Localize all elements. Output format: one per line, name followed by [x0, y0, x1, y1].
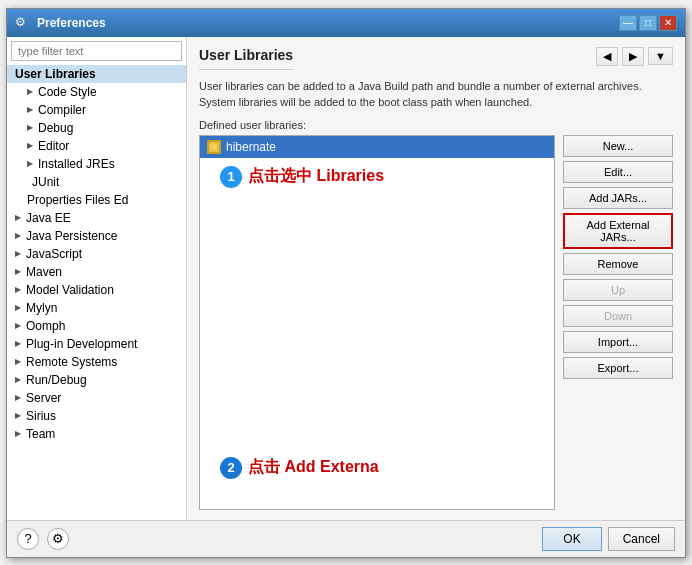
remote-systems-arrow: ▶ — [15, 357, 21, 366]
java-persistence-arrow: ▶ — [15, 231, 21, 240]
sidebar-item-compiler[interactable]: ▶ Compiler — [19, 101, 186, 119]
compiler-label: Compiler — [38, 103, 86, 117]
annotation-text-1: 点击选中 Libraries — [248, 166, 384, 187]
sidebar-item-model-validation[interactable]: ▶ Model Validation — [7, 281, 186, 299]
hibernate-label: hibernate — [226, 140, 276, 154]
minimize-button[interactable]: — — [619, 15, 637, 31]
title-bar: ⚙ Preferences — □ ✕ — [7, 9, 685, 37]
cancel-button[interactable]: Cancel — [608, 527, 675, 551]
bottom-icons: ? ⚙ — [17, 528, 69, 550]
server-label: Server — [26, 391, 61, 405]
mylyn-label: Mylyn — [26, 301, 57, 315]
run-debug-label: Run/Debug — [26, 373, 87, 387]
model-validation-label: Model Validation — [26, 283, 114, 297]
add-external-jars-button[interactable]: Add External JARs... — [563, 213, 673, 249]
hibernate-icon — [206, 139, 222, 155]
editor-arrow: ▶ — [27, 141, 33, 150]
export-button[interactable]: Export... — [563, 357, 673, 379]
badge-2: 2 — [220, 457, 242, 479]
mylyn-arrow: ▶ — [15, 303, 21, 312]
add-jars-button[interactable]: Add JARs... — [563, 187, 673, 209]
nav-toolbar: ◀ ▶ ▼ — [596, 47, 673, 66]
svg-rect-2 — [211, 144, 217, 150]
java-ee-label: Java EE — [26, 211, 71, 225]
filter-input[interactable] — [11, 41, 182, 61]
down-button[interactable]: Down — [563, 305, 673, 327]
debug-arrow: ▶ — [27, 123, 33, 132]
import-button[interactable]: Import... — [563, 331, 673, 353]
sidebar-item-team[interactable]: ▶ Team — [7, 425, 186, 443]
defined-label: Defined user libraries: — [199, 119, 673, 131]
oomph-arrow: ▶ — [15, 321, 21, 330]
sidebar-item-debug[interactable]: ▶ Debug — [19, 119, 186, 137]
junit-label: JUnit — [32, 175, 59, 189]
javascript-label: JavaScript — [26, 247, 82, 261]
sidebar-item-plugin-dev[interactable]: ▶ Plug-in Development — [7, 335, 186, 353]
tree-container: User Libraries ▶ Code Style ▶ Compiler ▶… — [7, 65, 186, 520]
sidebar-item-code-style[interactable]: ▶ Code Style — [19, 83, 186, 101]
edit-button[interactable]: Edit... — [563, 161, 673, 183]
sidebar-item-mylyn[interactable]: ▶ Mylyn — [7, 299, 186, 317]
new-button[interactable]: New... — [563, 135, 673, 157]
window-icon: ⚙ — [15, 15, 31, 31]
ok-button[interactable]: OK — [542, 527, 601, 551]
compiler-arrow: ▶ — [27, 105, 33, 114]
sirius-arrow: ▶ — [15, 411, 21, 420]
sidebar: User Libraries ▶ Code Style ▶ Compiler ▶… — [7, 37, 187, 520]
sidebar-item-junit[interactable]: JUnit — [19, 173, 186, 191]
badge-1: 1 — [220, 166, 242, 188]
properties-label: Properties Files Ed — [27, 193, 128, 207]
bottom-bar: ? ⚙ OK Cancel — [7, 520, 685, 557]
panel-description: User libraries can be added to a Java Bu… — [199, 78, 673, 111]
libraries-panel: hibernate 1 点击选中 Libraries 2 点击 Add Exte… — [199, 135, 555, 510]
sidebar-item-maven[interactable]: ▶ Maven — [7, 263, 186, 281]
preferences-window: ⚙ Preferences — □ ✕ User Libraries ▶ Cod… — [6, 8, 686, 558]
oomph-label: Oomph — [26, 319, 65, 333]
close-button[interactable]: ✕ — [659, 15, 677, 31]
java-ee-arrow: ▶ — [15, 213, 21, 222]
plugin-dev-arrow: ▶ — [15, 339, 21, 348]
sidebar-item-server[interactable]: ▶ Server — [7, 389, 186, 407]
plugin-dev-label: Plug-in Development — [26, 337, 137, 351]
installed-jres-label: Installed JREs — [38, 157, 115, 171]
annotation-2: 2 点击 Add Externa — [220, 457, 379, 479]
title-bar-left: ⚙ Preferences — [15, 15, 106, 31]
team-label: Team — [26, 427, 55, 441]
sidebar-item-run-debug[interactable]: ▶ Run/Debug — [7, 371, 186, 389]
sidebar-item-javascript[interactable]: ▶ JavaScript — [7, 245, 186, 263]
sidebar-item-installed-jres[interactable]: ▶ Installed JREs — [19, 155, 186, 173]
sidebar-item-user-libraries[interactable]: User Libraries — [7, 65, 186, 83]
nav-menu-button[interactable]: ▼ — [648, 47, 673, 65]
window-title: Preferences — [37, 16, 106, 30]
library-item-hibernate[interactable]: hibernate — [200, 136, 554, 158]
sidebar-item-properties-files[interactable]: Properties Files Ed — [19, 191, 186, 209]
panel-body: hibernate 1 点击选中 Libraries 2 点击 Add Exte… — [199, 135, 673, 510]
editor-label: Editor — [38, 139, 69, 153]
maven-arrow: ▶ — [15, 267, 21, 276]
settings-icon[interactable]: ⚙ — [47, 528, 69, 550]
help-icon[interactable]: ? — [17, 528, 39, 550]
sidebar-item-remote-systems[interactable]: ▶ Remote Systems — [7, 353, 186, 371]
content-area: User Libraries ▶ Code Style ▶ Compiler ▶… — [7, 37, 685, 520]
back-button[interactable]: ◀ — [596, 47, 618, 66]
debug-label: Debug — [38, 121, 73, 135]
code-style-label: Code Style — [38, 85, 97, 99]
up-button[interactable]: Up — [563, 279, 673, 301]
run-debug-arrow: ▶ — [15, 375, 21, 384]
sidebar-item-java-persistence[interactable]: ▶ Java Persistence — [7, 227, 186, 245]
java-persistence-label: Java Persistence — [26, 229, 117, 243]
annotation-text-2: 点击 Add Externa — [248, 457, 379, 478]
team-arrow: ▶ — [15, 429, 21, 438]
javascript-arrow: ▶ — [15, 249, 21, 258]
sidebar-item-editor[interactable]: ▶ Editor — [19, 137, 186, 155]
user-libraries-label: User Libraries — [15, 67, 96, 81]
sidebar-item-oomph[interactable]: ▶ Oomph — [7, 317, 186, 335]
forward-button[interactable]: ▶ — [622, 47, 644, 66]
sirius-label: Sirius — [26, 409, 56, 423]
sidebar-item-java-ee[interactable]: ▶ Java EE — [7, 209, 186, 227]
maven-label: Maven — [26, 265, 62, 279]
annotation-1: 1 点击选中 Libraries — [220, 166, 384, 188]
sidebar-item-sirius[interactable]: ▶ Sirius — [7, 407, 186, 425]
maximize-button[interactable]: □ — [639, 15, 657, 31]
remove-button[interactable]: Remove — [563, 253, 673, 275]
